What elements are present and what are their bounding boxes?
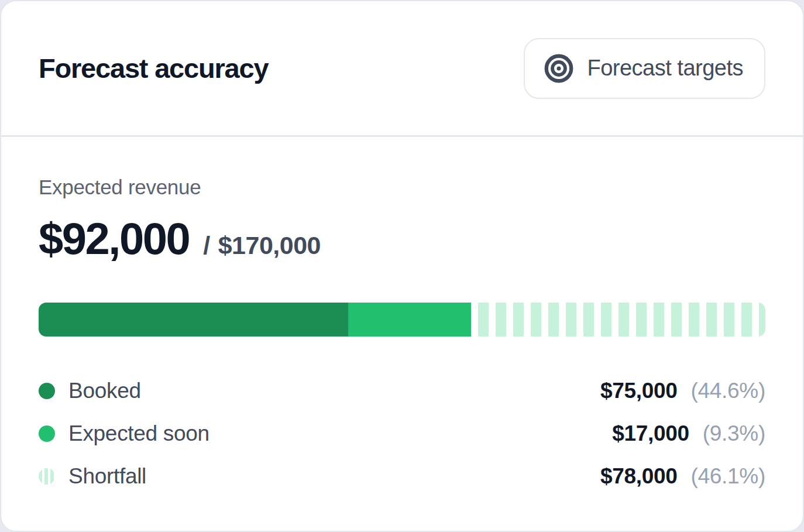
shortfall-amount: $78,000 [600,464,678,489]
expected-soon-label: Expected soon [68,421,209,446]
legend-row-expected-soon: Expected soon $17,000 (9.3%) [39,421,765,445]
current-revenue-value: $92,000 [39,213,189,264]
shortfall-label: Shortfall [68,464,146,489]
forecast-targets-button-label: Forecast targets [587,56,743,81]
shortfall-percent: (46.1%) [691,464,765,489]
page-title: Forecast accuracy [39,52,268,84]
booked-amount: $75,000 [600,379,678,403]
forecast-targets-button[interactable]: Forecast targets [524,38,765,99]
legend-row-right: $17,000 (9.3%) [612,421,765,446]
revenue-progress-bar [39,303,765,337]
legend-row-booked: Booked $75,000 (44.6%) [39,379,765,403]
progress-segment-booked [39,303,348,337]
legend: Booked $75,000 (44.6%) Expected soon $17… [39,379,765,488]
target-icon [542,52,575,85]
card-header: Forecast accuracy Forecast targets [1,1,803,137]
expected-soon-percent: (9.3%) [703,421,765,446]
card-body: Expected revenue $92,000 / $170,000 Book… [1,137,803,531]
booked-percent: (44.6%) [691,379,765,403]
legend-row-right: $78,000 (46.1%) [600,464,765,489]
expected-revenue-label: Expected revenue [39,176,765,199]
legend-row-right: $75,000 (44.6%) [600,379,765,403]
expected-soon-amount: $17,000 [612,421,689,446]
forecast-accuracy-card: Forecast accuracy Forecast targets Expec… [0,0,804,532]
legend-row-shortfall: Shortfall $78,000 (46.1%) [39,464,765,488]
progress-segment-expected-soon [348,303,471,337]
target-revenue-value: $170,000 [218,231,321,260]
booked-label: Booked [68,379,141,403]
shortfall-striped-dot-icon [39,468,55,485]
progress-segment-shortfall [471,303,765,337]
legend-row-left: Shortfall [39,464,146,489]
metric-separator: / [203,231,209,260]
legend-row-left: Booked [39,379,141,403]
metric-row: $92,000 / $170,000 [39,213,765,264]
booked-dot-icon [39,383,55,399]
legend-row-left: Expected soon [39,421,209,446]
expected-soon-dot-icon [39,425,55,442]
